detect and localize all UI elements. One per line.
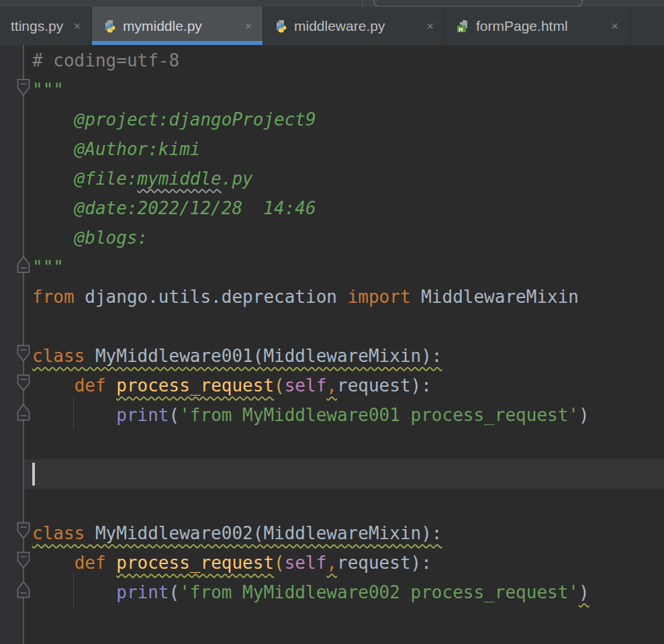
- tab-settings-py[interactable]: ttings.py ×: [0, 7, 92, 45]
- tab-label: ttings.py: [11, 18, 66, 34]
- python-file-icon: [103, 19, 116, 33]
- tab-middleware-py[interactable]: middleware.py ×: [263, 7, 445, 45]
- fold-end-icon[interactable]: [17, 581, 30, 598]
- tab-mymiddle-py[interactable]: mymiddle.py ×: [92, 7, 263, 45]
- editor-tab-bar: ttings.py × mymiddle.py ×: [0, 7, 664, 45]
- html-file-icon: H: [456, 19, 469, 33]
- pycharm-window: ttings.py × mymiddle.py ×: [0, 0, 664, 644]
- code-line[interactable]: """: [0, 252, 664, 282]
- code-line[interactable]: # coding=utf-8: [0, 46, 664, 75]
- fold-end-icon[interactable]: [17, 256, 30, 273]
- close-tab-icon[interactable]: ×: [73, 20, 81, 32]
- code-line[interactable]: @file:mymiddle.py: [0, 164, 664, 193]
- run-configuration-widget[interactable]: [373, 0, 583, 7]
- code-line[interactable]: def process_request(self,request):: [0, 371, 664, 400]
- code-line[interactable]: def process_request(self,request):: [0, 548, 664, 578]
- code-line[interactable]: [0, 312, 664, 341]
- fold-start-icon[interactable]: [17, 551, 30, 569]
- main-toolbar: [0, 0, 664, 7]
- code-line[interactable]: @Author:kimi: [0, 134, 664, 164]
- close-tab-icon[interactable]: ×: [611, 20, 618, 32]
- toolbar-divider: [362, 0, 363, 7]
- close-tab-icon[interactable]: ×: [244, 20, 252, 32]
- code-line[interactable]: """: [0, 75, 664, 105]
- code-editor[interactable]: # coding=utf-8""" @project:djangoProject…: [0, 45, 664, 644]
- tab-formpage-html[interactable]: H formPage.html ×: [445, 7, 630, 45]
- fold-start-icon[interactable]: [17, 344, 30, 362]
- fold-start-icon[interactable]: [17, 374, 30, 392]
- code-line[interactable]: [0, 459, 664, 489]
- code-line[interactable]: [0, 607, 664, 637]
- code-line[interactable]: class MyMiddleware002(MiddlewareMixin):: [0, 518, 664, 548]
- code-line[interactable]: from django.utils.deprecation import Mid…: [0, 282, 664, 312]
- code-line[interactable]: class MyMiddleware001(MiddlewareMixin):: [0, 341, 664, 371]
- tab-label: mymiddle.py: [123, 18, 238, 34]
- code-line[interactable]: [0, 489, 664, 518]
- code-line[interactable]: @project:djangoProject9: [0, 105, 664, 134]
- code-line[interactable]: [0, 430, 664, 459]
- code-line[interactable]: @blogs:: [0, 223, 664, 252]
- python-file-icon: [274, 19, 287, 33]
- code-lines: # coding=utf-8""" @project:djangoProject…: [0, 46, 664, 637]
- tab-label: middleware.py: [294, 18, 420, 34]
- text-caret: [32, 463, 35, 486]
- fold-start-icon[interactable]: [17, 522, 30, 539]
- code-line[interactable]: @date:2022/12/28 14:46: [0, 193, 664, 223]
- tab-label: formPage.html: [476, 18, 604, 34]
- fold-end-icon[interactable]: [17, 404, 30, 421]
- close-tab-icon[interactable]: ×: [426, 20, 434, 32]
- fold-start-icon[interactable]: [17, 79, 30, 96]
- svg-text:H: H: [459, 26, 463, 32]
- code-line[interactable]: print('from MyMiddleware001 process_requ…: [0, 400, 664, 430]
- code-line[interactable]: print('from MyMiddleware002 process_requ…: [0, 578, 664, 607]
